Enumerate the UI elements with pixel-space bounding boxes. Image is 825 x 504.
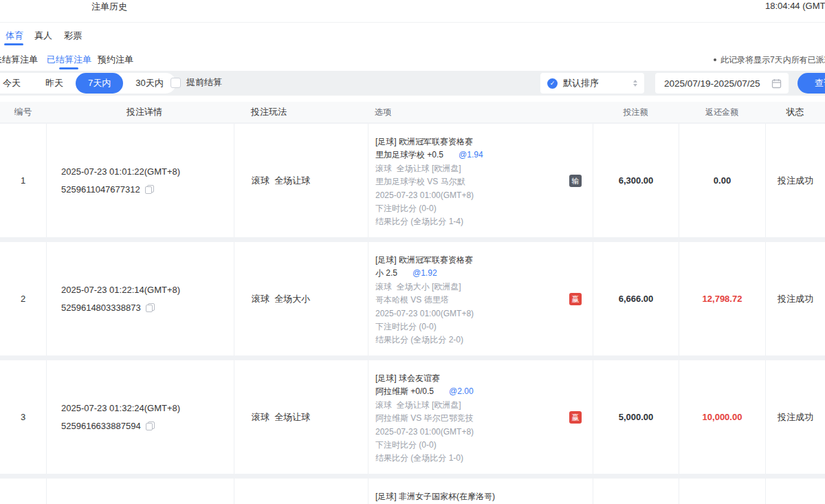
row-number: 2 (0, 242, 46, 355)
caret-sort-icon (633, 80, 637, 87)
bet-status: 投注成功 (765, 360, 825, 474)
date-range-value: 2025/07/19-2025/07/25 (664, 78, 771, 89)
tab-sports[interactable]: 体育 (6, 30, 23, 42)
active-tab-indicator (4, 43, 23, 45)
odds-value: @2.00 (449, 386, 474, 396)
match-time: 2025-07-23 01:00(GMT+8) (375, 307, 593, 320)
play-type: 滚球 全场让球 (234, 124, 368, 237)
play-type: 滚球 全场让球 (234, 360, 368, 474)
play-type: 滚球 全场大小 (234, 242, 368, 355)
page-title: 注单历史 (91, 1, 127, 13)
subtab-unsettled[interactable]: 未结算注单 (0, 54, 38, 66)
copy-icon[interactable] (145, 185, 154, 194)
row-number: 3 (0, 360, 46, 474)
league-name: [足球] 球会友谊赛 (375, 372, 593, 385)
bullet-dot-icon (714, 58, 716, 61)
outcome-badge: 赢 (569, 411, 582, 424)
odds-value: @1.92 (412, 268, 437, 278)
top-bar: 注单历史 18:04:44 (GMT+8) (0, 0, 825, 23)
subtab-settled[interactable]: 已结算注单 (47, 54, 91, 66)
bet-amount: 6,666.00 (593, 242, 679, 355)
col-header-return: 返还金额 (679, 102, 765, 122)
server-time: 18:04:44 (GMT+8) (765, 1, 825, 11)
market-info: 滚球 全场让球 [欧洲盘] (375, 162, 593, 175)
market-info: 滚球 全场让球 [欧洲盘] (375, 399, 593, 412)
bet-status: 投注成功 (765, 124, 825, 237)
sub-tabs: 未结算注单 已结算注单 预约注单 此记录将显示7天内所有已派彩的 (0, 47, 825, 71)
order-id: 5259614803338873 (61, 299, 141, 317)
return-amount: 10,000.00 (679, 360, 765, 474)
table-row: 1 2025-07-23 01:01:22(GMT+8) 52596110476… (0, 124, 825, 237)
bet-amount: 5,000.00 (593, 360, 679, 474)
col-header-amount: 投注额 (593, 102, 679, 122)
option-cell: [足球] 非洲女子国家杯(在摩洛哥) (368, 479, 593, 504)
option-cell: [足球] 欧洲冠军联赛资格赛 里加足球学校 +0.5@1.94 滚球 全场让球 … (368, 124, 593, 237)
col-header-status: 状态 (765, 102, 825, 122)
bet-time: 2025-07-23 01:22:14(GMT+8) (61, 281, 234, 299)
sort-select[interactable]: 默认排序 (540, 73, 644, 94)
row-number: 1 (0, 124, 46, 237)
copy-icon[interactable] (146, 421, 155, 430)
table-row: 2 2025-07-23 01:22:14(GMT+8) 52596148033… (0, 242, 825, 355)
tab-lottery[interactable]: 彩票 (64, 30, 82, 42)
col-header-play: 投注玩法 (234, 102, 368, 122)
result-score: 结果比分 (全场比分 1-4) (375, 215, 593, 228)
match-teams: 里加足球学校 VS 马尔默 (375, 175, 593, 188)
date-range-segmented-control: 今天 昨天 7天内 30天内 (0, 73, 176, 94)
records-notice: 此记录将显示7天内所有已派彩的 (714, 54, 825, 66)
option-cell: [足球] 欧洲冠军联赛资格赛 小 2.5@1.92 滚球 全场大小 [欧洲盘] … (368, 242, 593, 355)
score-at-bet: 下注时比分 (0-0) (375, 439, 593, 452)
range-yesterday-button[interactable]: 昨天 (33, 73, 76, 94)
early-settle-label: 提前结算 (186, 76, 222, 89)
league-name: [足球] 欧洲冠军联赛资格赛 (375, 254, 593, 267)
col-header-detail: 投注详情 (46, 102, 234, 122)
league-name: [足球] 非洲女子国家杯(在摩洛哥) (375, 490, 593, 503)
pick-name: 小 2.5 (375, 268, 397, 278)
match-time: 2025-07-23 01:00(GMT+8) (375, 426, 593, 439)
col-header-option: 选项 (368, 102, 593, 122)
early-settle-checkbox-group[interactable]: 提前结算 (170, 76, 222, 89)
subtab-reserved[interactable]: 预约注单 (98, 54, 133, 66)
result-score: 结果比分 (全场比分 1-0) (375, 452, 593, 465)
bet-amount: 6,300.00 (593, 124, 679, 237)
score-at-bet: 下注时比分 (0-0) (375, 202, 593, 215)
range-today-button[interactable]: 今天 (0, 73, 33, 94)
odds-value: @1.94 (459, 150, 483, 160)
match-teams: 阿拉维斯 VS 毕尔巴鄂竞技 (375, 412, 593, 425)
match-teams: 哥本哈根 VS 德里塔 (375, 294, 593, 307)
bet-time: 2025-07-23 01:01:22(GMT+8) (61, 163, 234, 181)
table-header-row: 编号 投注详情 投注玩法 选项 投注额 返还金额 状态 (0, 102, 825, 122)
outcome-badge: 输 (569, 175, 582, 187)
copy-icon[interactable] (146, 303, 155, 312)
league-name: [足球] 欧洲冠军联赛资格赛 (375, 135, 593, 149)
main-tabs: 体育 真人 彩票 (0, 23, 825, 47)
tab-live[interactable]: 真人 (34, 30, 52, 42)
pick-name: 阿拉维斯 +0/0.5 (375, 386, 434, 396)
table-row: [足球] 非洲女子国家杯(在摩洛哥) (0, 479, 825, 504)
calendar-icon (771, 78, 782, 89)
search-button[interactable]: 查询 (798, 73, 825, 94)
date-range-input[interactable]: 2025/07/19-2025/07/25 (655, 73, 789, 94)
bet-time: 2025-07-23 01:32:24(GMT+8) (61, 399, 234, 417)
option-cell: [足球] 球会友谊赛 阿拉维斯 +0/0.5@2.00 滚球 全场让球 [欧洲盘… (368, 360, 593, 474)
return-amount: 0.00 (679, 124, 765, 237)
market-info: 滚球 全场大小 [欧洲盘] (375, 281, 593, 294)
pick-name: 里加足球学校 +0.5 (375, 150, 443, 160)
range-30days-button[interactable]: 30天内 (123, 73, 175, 94)
score-at-bet: 下注时比分 (0-0) (375, 320, 593, 333)
active-subtab-indicator (59, 67, 78, 69)
order-id: 5259616633887594 (61, 417, 141, 435)
check-circle-icon (547, 78, 558, 89)
result-score: 结果比分 (全场比分 2-0) (375, 333, 593, 347)
range-7days-button[interactable]: 7天内 (76, 73, 123, 94)
bet-status: 投注成功 (765, 242, 825, 355)
bets-table: 编号 投注详情 投注玩法 选项 投注额 返还金额 状态 1 2025-07-23… (0, 102, 825, 504)
early-settle-checkbox[interactable] (170, 78, 181, 88)
match-time: 2025-07-23 01:00(GMT+8) (375, 189, 593, 202)
order-id: 5259611047677312 (61, 181, 140, 199)
table-row: 3 2025-07-23 01:32:24(GMT+8) 52596166338… (0, 360, 825, 474)
outcome-badge: 赢 (569, 293, 582, 305)
sort-selected-value: 默认排序 (563, 77, 633, 89)
return-amount: 12,798.72 (679, 242, 765, 355)
col-header-no: 编号 (0, 102, 46, 122)
